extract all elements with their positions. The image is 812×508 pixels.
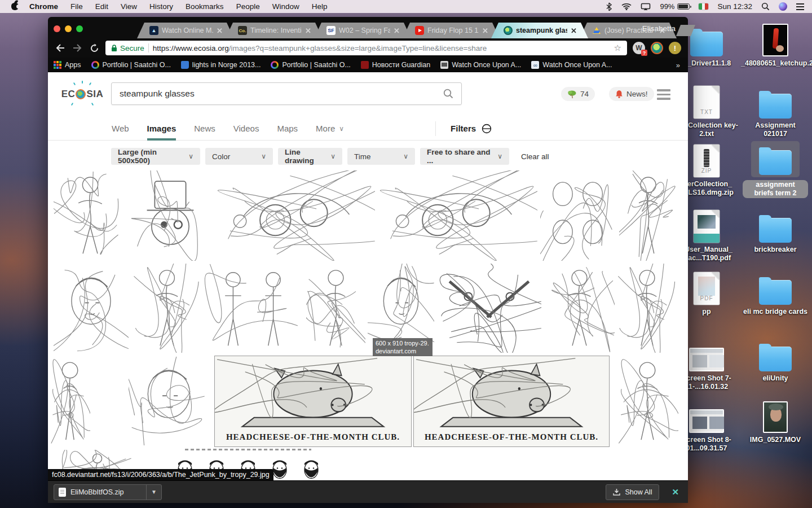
result-face-studies-sketch[interactable] bbox=[540, 170, 615, 261]
bookmark-label: lights in Norge 2013... bbox=[192, 61, 261, 69]
desktop-icon-label: pp bbox=[702, 308, 710, 316]
tab-close-icon[interactable]: ✕ bbox=[482, 27, 488, 35]
bookmark-ring-icon bbox=[91, 61, 99, 69]
tab-close-icon[interactable]: ✕ bbox=[305, 27, 311, 35]
bookmark-3[interactable]: lights in Norge 2013... bbox=[181, 61, 261, 69]
bookmark-6[interactable]: Watch Once Upon A... bbox=[440, 61, 521, 69]
result-notes-sketch-right[interactable] bbox=[616, 356, 678, 447]
airplay-display-icon[interactable] bbox=[641, 3, 651, 11]
bookmark-star-icon[interactable]: ☆ bbox=[614, 43, 621, 53]
menu-edit[interactable]: Edit bbox=[89, 2, 114, 11]
bookmark-7[interactable]: ∞Watch Once Upon A... bbox=[531, 61, 612, 69]
desktop-icon-4[interactable]: Assignment 021017 bbox=[743, 82, 808, 138]
spotlight-icon[interactable] bbox=[761, 2, 770, 11]
tab-close-icon[interactable]: ✕ bbox=[571, 27, 577, 35]
download-item-menu-caret[interactable]: ▼ bbox=[146, 485, 157, 500]
battery-indicator[interactable]: 99% bbox=[660, 2, 690, 11]
desktop-icon-10[interactable]: eli mc bridge cards bbox=[743, 269, 808, 316]
download-item[interactable]: EliMoBbItfOS.zip ▼ bbox=[54, 484, 162, 500]
reload-button[interactable] bbox=[89, 42, 100, 54]
address-bar[interactable]: Secure https://www.ecosia.org/images?q=s… bbox=[105, 41, 627, 55]
close-window-button[interactable] bbox=[54, 25, 60, 32]
forward-button[interactable] bbox=[72, 42, 83, 54]
zip-file-icon: ZIP bbox=[694, 144, 720, 177]
bookmarks-overflow-chevron[interactable]: » bbox=[676, 61, 682, 69]
desktop-icon-2[interactable]: _48080651_ketchup.226.jpg bbox=[743, 20, 808, 68]
tab-2[interactable]: Co.Timeline: Inventio...✕ bbox=[226, 23, 323, 38]
result-steampunk-girl-sketch[interactable] bbox=[54, 170, 127, 261]
result-fan-girl-sketch[interactable] bbox=[544, 264, 615, 353]
menu-help[interactable]: Help bbox=[306, 2, 334, 11]
pdf-file-icon: PDF bbox=[694, 272, 720, 305]
menu-history[interactable]: History bbox=[143, 2, 179, 11]
result-headcheese-2[interactable]: HEADCHEESE-OF-THE-MONTH CLUB. bbox=[413, 356, 610, 447]
wifi-icon[interactable] bbox=[621, 3, 632, 10]
menu-people[interactable]: People bbox=[230, 2, 266, 11]
bookmark-label: Watch Once Upon A... bbox=[542, 61, 612, 69]
siri-icon[interactable] bbox=[779, 2, 787, 11]
bookmark-1[interactable]: Apps bbox=[54, 61, 81, 69]
result-revolvers-sketch[interactable] bbox=[437, 264, 541, 353]
bookmark-red-icon bbox=[361, 61, 369, 69]
lock-icon bbox=[111, 45, 117, 52]
folder-icon bbox=[759, 150, 792, 175]
menu-window[interactable]: Window bbox=[266, 2, 306, 11]
result-soldier-sketch[interactable] bbox=[133, 264, 201, 353]
result-skull-top-hat-sketch[interactable] bbox=[131, 170, 209, 261]
show-all-downloads-button[interactable]: Show All bbox=[606, 484, 659, 500]
result-anime-girl-sketch[interactable] bbox=[619, 170, 677, 261]
bookmark-4[interactable]: Portfolio | Saatchi O... bbox=[271, 61, 350, 69]
bookmark-5[interactable]: Новости Guardian bbox=[361, 61, 430, 69]
profile-name[interactable]: Elisabetta bbox=[642, 24, 676, 33]
bluetooth-icon[interactable] bbox=[606, 2, 612, 11]
image-size-tooltip: 600 x 910 tropy-29.deviantart.com bbox=[373, 338, 433, 356]
headcheese-caption: HEADCHEESE-OF-THE-MONTH CLUB. bbox=[414, 432, 609, 442]
bookmark-ring-icon bbox=[271, 61, 279, 69]
desktop-icon-8[interactable]: brickbreaker bbox=[743, 207, 808, 254]
result-sunglasses-man-sketch[interactable] bbox=[129, 356, 209, 447]
minimize-window-button[interactable] bbox=[65, 25, 72, 32]
extension-ecosia-icon[interactable] bbox=[651, 42, 663, 54]
result-two-figures-sketch[interactable] bbox=[203, 264, 303, 353]
notification-center-icon[interactable] bbox=[796, 3, 804, 10]
folder-icon bbox=[759, 94, 792, 119]
bookmark-flag-icon bbox=[181, 61, 189, 69]
desktop-icon-label: assignment briefs term 2 bbox=[743, 180, 808, 198]
desktop-icon-12[interactable]: eliUnity bbox=[743, 335, 808, 383]
result-goggles-sketch-2[interactable] bbox=[377, 170, 537, 261]
desktop-icon-14[interactable]: IMG_0527.MOV bbox=[743, 397, 808, 444]
menu-file[interactable]: File bbox=[64, 2, 89, 11]
extension-warning-icon[interactable]: ! bbox=[669, 42, 681, 54]
tab-close-icon[interactable]: ✕ bbox=[394, 27, 400, 35]
bookmark-label: Watch Once Upon A... bbox=[452, 61, 521, 69]
bookmark-link-icon: ∞ bbox=[531, 61, 539, 69]
tab-close-icon[interactable]: ✕ bbox=[217, 27, 223, 35]
folder-icon bbox=[759, 347, 792, 371]
secure-indicator[interactable]: Secure bbox=[111, 44, 144, 52]
tab-5[interactable]: steampunk glasse...✕ bbox=[491, 23, 588, 38]
result-portrait-man-sketch[interactable] bbox=[54, 264, 129, 353]
menu-clock[interactable]: Sun 12:32 bbox=[717, 2, 752, 11]
back-button[interactable] bbox=[55, 42, 66, 54]
menu-chrome[interactable]: Chrome bbox=[23, 2, 64, 11]
result-headcheese-1[interactable]: HEADCHEESE-OF-THE-MONTH CLUB. bbox=[214, 356, 412, 447]
menu-view[interactable]: View bbox=[114, 2, 143, 11]
pdf-file-icon bbox=[694, 210, 720, 243]
apple-menu-icon[interactable] bbox=[11, 3, 19, 10]
battery-percent: 99% bbox=[660, 2, 674, 11]
tab-3[interactable]: SFW02 – Spring Fa...✕ bbox=[314, 23, 411, 38]
tab-1[interactable]: ▲Watch Online M...✕ bbox=[137, 23, 234, 38]
extension-wordpress-icon[interactable]: W? bbox=[633, 42, 645, 54]
tab-4[interactable]: Friday Flop 15 12...✕ bbox=[403, 23, 500, 38]
menu-bookmarks[interactable]: Bookmarks bbox=[179, 2, 230, 11]
desktop-icon-6[interactable]: assignment briefs term 2 bbox=[743, 141, 808, 198]
zoom-window-button[interactable] bbox=[76, 25, 83, 32]
result-soldier-sketch-2[interactable] bbox=[617, 264, 677, 353]
result-parasol-lady-sketch[interactable] bbox=[306, 264, 365, 353]
window-controls bbox=[54, 25, 83, 32]
input-source-flag-icon[interactable] bbox=[699, 3, 708, 10]
bookmark-2[interactable]: Portfolio | Saatchi O... bbox=[91, 61, 171, 69]
result-notes-sketch-left[interactable] bbox=[50, 356, 90, 447]
close-shelf-button[interactable]: ✕ bbox=[668, 487, 682, 497]
result-goggles-sketch-1[interactable] bbox=[214, 170, 375, 261]
